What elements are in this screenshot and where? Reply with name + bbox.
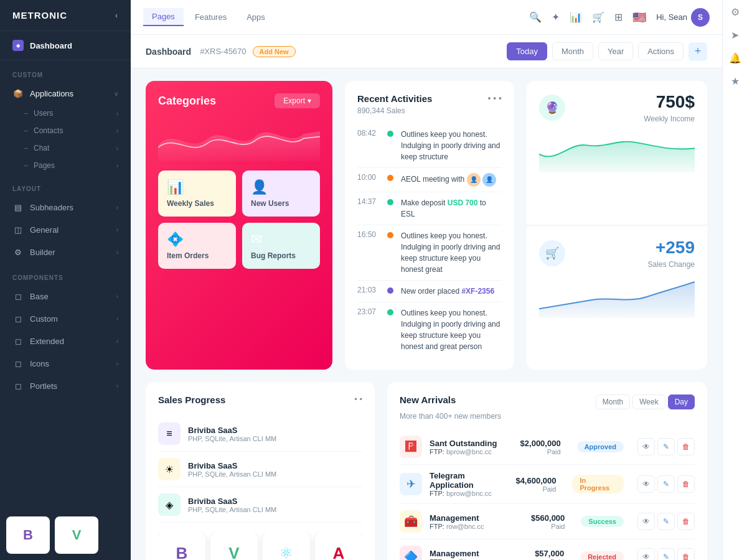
period-day[interactable]: Day: [668, 394, 695, 409]
arrivals-row-3: 🧰 Management FTP: row@bnc.cc $560,000 Pa…: [400, 504, 695, 539]
chat-arrow-icon: ›: [116, 145, 118, 152]
sales-icon-2: ☀: [158, 458, 181, 480]
sidebar-item-base[interactable]: ◻ Base ›: [0, 285, 131, 307]
arrivals-actions-4: 👁 ✎ 🗑: [637, 548, 695, 560]
pages-arrow-icon: ›: [116, 162, 118, 169]
search-icon[interactable]: 🔍: [529, 11, 542, 23]
section-label-layout: LAYOUT: [0, 174, 131, 196]
tab-features[interactable]: Features: [186, 9, 235, 26]
action-view-3[interactable]: 👁: [637, 513, 655, 530]
activities-menu-icon[interactable]: • • •: [488, 93, 502, 103]
period-month[interactable]: Month: [596, 394, 630, 409]
mini-card-new-users[interactable]: 👤 New Users: [242, 170, 320, 217]
right-icon-gear[interactable]: ⚙: [731, 6, 740, 18]
right-icon-bell[interactable]: 🔔: [729, 52, 741, 64]
framework-vue[interactable]: V: [55, 516, 98, 554]
extended-label: Extended: [30, 337, 64, 346]
action-edit-3[interactable]: ✎: [657, 513, 675, 530]
cart-icon[interactable]: 🛒: [592, 11, 604, 23]
user-info: Hi, Sean S: [656, 8, 710, 27]
sidebar-collapse-icon[interactable]: ‹: [115, 11, 118, 20]
right-icon-star[interactable]: ★: [731, 75, 740, 87]
arrivals-subtitle: More than 400+ new members: [400, 412, 695, 421]
stats-column: 🔮 750$ Weekly Income: [527, 81, 707, 370]
sidebar-item-extended[interactable]: ◻ Extended ›: [0, 330, 131, 352]
action-view-4[interactable]: 👁: [637, 548, 655, 560]
sales-sub-3: PHP, SQLite, Artisan CLI MM: [188, 506, 276, 513]
arrivals-header: New Arrivals Month Week Day: [400, 394, 695, 409]
action-edit-1[interactable]: ✎: [657, 438, 675, 455]
fw-vue[interactable]: V: [210, 533, 258, 560]
arrivals-price-3: $560,000: [531, 513, 565, 523]
btn-year[interactable]: Year: [598, 42, 633, 60]
mini-card-item-orders[interactable]: 💠 Item Orders: [158, 223, 236, 269]
right-icon-send[interactable]: ➤: [731, 29, 739, 41]
period-week[interactable]: Week: [632, 394, 665, 409]
export-button[interactable]: Export ▾: [275, 93, 320, 108]
income-value: 750$: [644, 92, 695, 112]
income-chart-svg: [539, 129, 695, 173]
add-new-badge[interactable]: Add New: [253, 46, 296, 57]
arrivals-icon-3: 🧰: [400, 510, 422, 533]
btn-actions[interactable]: Actions: [638, 42, 684, 60]
item-orders-icon: 💠: [167, 231, 227, 248]
tab-apps[interactable]: Apps: [238, 9, 274, 26]
sidebar-item-icons[interactable]: ◻ Icons ›: [0, 352, 131, 375]
action-view-1[interactable]: 👁: [637, 438, 655, 455]
activity-row-2: 10:00 AEOL meeting with 👤 👤: [357, 168, 502, 192]
grid-icon[interactable]: ⊞: [614, 11, 622, 23]
sidebar-sub-chat[interactable]: – Chat ›: [0, 139, 131, 157]
fw-react[interactable]: ⚛: [263, 533, 310, 560]
sales-row-2: ☀ Briviba SaaS PHP, SQLite, Artisan CLI …: [158, 452, 362, 487]
sidebar-item-general[interactable]: ◫ General ›: [0, 218, 131, 241]
sidebar-sub-pages[interactable]: – Pages ›: [0, 157, 131, 174]
fw-bootstrap[interactable]: B: [158, 533, 205, 560]
share-icon[interactable]: ✦: [552, 11, 560, 23]
sales-row-3: ◈ Briviba SaaS PHP, SQLite, Artisan CLI …: [158, 487, 362, 523]
sidebar-item-builder[interactable]: ⚙ Builder ›: [0, 241, 131, 263]
portlets-icon: ◻: [12, 380, 24, 391]
sidebar-item-applications[interactable]: 📦 Applications ∨: [0, 82, 131, 105]
sidebar-sub-contacts[interactable]: – Contacts ›: [0, 122, 131, 139]
action-delete-2[interactable]: 🗑: [677, 475, 695, 493]
sales-menu-icon[interactable]: • •: [354, 394, 362, 404]
extended-icon: ◻: [12, 335, 24, 347]
mini-card-bug-reports[interactable]: ✉ Bug Reports: [242, 223, 320, 269]
action-delete-1[interactable]: 🗑: [677, 438, 695, 455]
action-edit-4[interactable]: ✎: [657, 548, 675, 560]
add-button[interactable]: +: [688, 42, 707, 61]
sidebar-item-subheaders[interactable]: ▤ Subheaders ›: [0, 196, 131, 218]
arrivals-icon-2: ✈: [400, 473, 422, 495]
btn-month[interactable]: Month: [552, 42, 593, 60]
action-edit-2[interactable]: ✎: [657, 475, 675, 493]
action-delete-4[interactable]: 🗑: [677, 548, 695, 560]
btn-today[interactable]: Today: [507, 42, 547, 60]
arrivals-actions-1: 👁 ✎ 🗑: [637, 438, 695, 455]
user-avatar[interactable]: S: [691, 8, 710, 27]
sidebar-item-portlets[interactable]: ◻ Portlets ›: [0, 375, 131, 397]
tab-pages[interactable]: Pages: [143, 8, 184, 26]
fw-angular[interactable]: A: [315, 533, 362, 560]
action-view-2[interactable]: 👁: [637, 475, 655, 493]
sales-chart-svg: [539, 275, 695, 319]
framework-bootstrap[interactable]: B: [6, 516, 50, 554]
chart-icon[interactable]: 📊: [570, 11, 582, 23]
mini-card-weekly-sales[interactable]: 📊 Weekly Sales: [158, 170, 236, 217]
portlets-arrow-icon: ›: [116, 383, 118, 390]
arrivals-title: New Arrivals: [400, 394, 456, 405]
arrivals-row-2: ✈ Telegram Application FTP: bprow@bnc.cc…: [400, 465, 695, 504]
sales-icon-1: ≡: [158, 422, 181, 445]
sales-change-card: 🛒 +259 Sales Change: [527, 226, 707, 370]
general-label: General: [30, 225, 59, 235]
status-badge-4: Rejected: [580, 551, 624, 560]
action-delete-3[interactable]: 🗑: [677, 513, 695, 530]
sidebar-logo: METRONIC ‹: [0, 0, 131, 31]
activity-time-1: 08:42: [357, 129, 380, 138]
activity-text-5: New order placed #XF-2356: [401, 286, 494, 297]
sidebar-item-custom[interactable]: ◻ Custom ›: [0, 307, 131, 330]
icons-arrow-icon: ›: [116, 360, 118, 367]
sidebar-sub-users[interactable]: – Users ›: [0, 105, 131, 122]
sales-change-value: +259: [648, 238, 695, 258]
sidebar-item-dashboard[interactable]: ◈ Dashboard: [0, 31, 131, 60]
bug-reports-label: Bug Reports: [251, 251, 311, 260]
